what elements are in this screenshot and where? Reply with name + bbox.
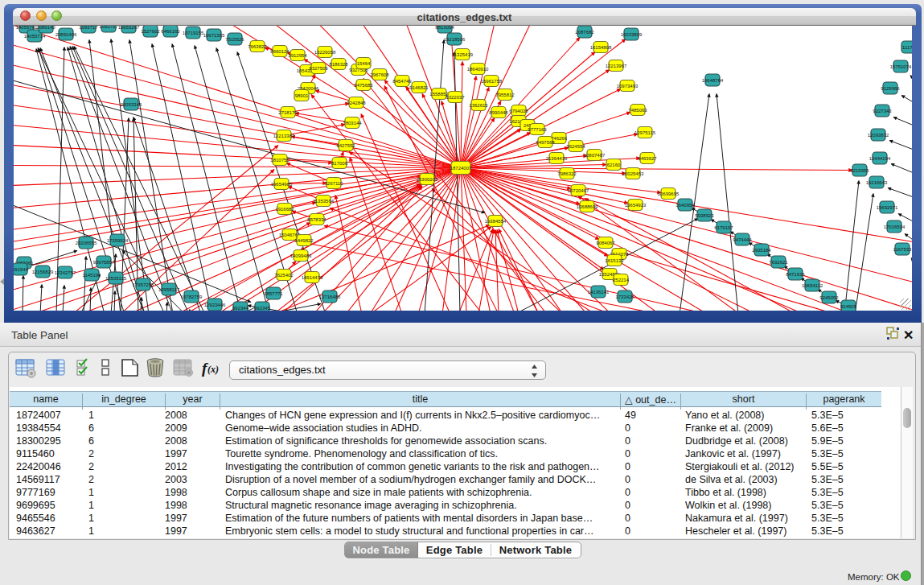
svg-text:18724007: 18724007 <box>450 166 472 171</box>
svg-text:16033809: 16033809 <box>621 32 643 37</box>
svg-text:12505115: 12505115 <box>105 276 127 281</box>
svg-text:1145194: 1145194 <box>83 273 102 278</box>
svg-text:15720407: 15720407 <box>568 188 589 193</box>
svg-text:3912954: 3912954 <box>288 53 307 58</box>
svg-text:12923446: 12923446 <box>204 303 226 307</box>
svg-text:11353594: 11353594 <box>313 199 335 204</box>
svg-text:9146821: 9146821 <box>409 85 429 90</box>
svg-text:18640910: 18640910 <box>467 67 489 72</box>
svg-text:5475685: 5475685 <box>354 83 373 88</box>
svg-text:5938923: 5938923 <box>695 213 714 218</box>
svg-text:62160: 62160 <box>607 163 621 167</box>
svg-text:1527602: 1527602 <box>141 29 160 34</box>
svg-text:7803144: 7803144 <box>343 121 362 126</box>
svg-text:8813054: 8813054 <box>435 26 454 30</box>
svg-text:10719155: 10719155 <box>183 31 204 35</box>
svg-text:10699695: 10699695 <box>658 192 680 196</box>
svg-text:1167533: 1167533 <box>893 247 912 252</box>
svg-text:1093717: 1093717 <box>79 26 98 30</box>
svg-text:12093832: 12093832 <box>868 133 889 138</box>
svg-text:8660124: 8660124 <box>270 49 290 54</box>
svg-text:15751074: 15751074 <box>890 64 912 69</box>
svg-text:7663822: 7663822 <box>248 44 267 49</box>
svg-text:20053346: 20053346 <box>121 102 142 107</box>
svg-text:11175: 11175 <box>902 45 912 50</box>
svg-text:1640954: 1640954 <box>676 203 695 208</box>
svg-text:(x): (x) <box>207 364 219 375</box>
svg-text:7632621: 7632621 <box>769 260 788 265</box>
svg-text:11325419: 11325419 <box>452 52 474 57</box>
svg-text:7955812: 7955812 <box>495 93 515 97</box>
svg-text:10958117: 10958117 <box>158 287 180 292</box>
svg-text:16782759: 16782759 <box>181 295 203 299</box>
svg-text:14136141: 14136141 <box>588 290 610 295</box>
svg-text:14055714: 14055714 <box>24 34 46 39</box>
svg-text:8471636: 8471636 <box>786 272 805 277</box>
svg-text:9474444: 9474444 <box>733 237 752 242</box>
svg-text:1362615: 1362615 <box>469 103 488 108</box>
svg-text:5578334: 5578334 <box>307 217 326 222</box>
svg-text:19218506: 19218506 <box>444 37 466 42</box>
svg-text:9129966: 9129966 <box>881 86 900 91</box>
svg-text:9427552: 9427552 <box>336 143 355 148</box>
svg-text:12213967: 12213967 <box>606 64 627 68</box>
svg-text:9242848: 9242848 <box>347 101 366 105</box>
svg-text:13716485: 13716485 <box>319 295 341 299</box>
svg-text:391544: 391544 <box>14 267 29 272</box>
svg-text:13654923: 13654923 <box>625 203 647 208</box>
svg-text:9327509: 9327509 <box>309 66 328 71</box>
svg-text:20891406: 20891406 <box>55 32 77 37</box>
svg-text:992344: 992344 <box>232 306 249 311</box>
svg-text:12156829: 12156829 <box>32 270 54 274</box>
svg-text:12213383: 12213383 <box>273 134 295 138</box>
svg-text:12444194: 12444194 <box>869 156 891 161</box>
svg-text:1449822: 1449822 <box>294 238 314 243</box>
svg-text:3267110: 3267110 <box>325 181 344 186</box>
svg-text:2935184: 2935184 <box>752 248 771 253</box>
svg-text:93975857: 93975857 <box>93 260 115 265</box>
svg-text:3624554: 3624554 <box>566 144 585 149</box>
svg-text:20206555: 20206555 <box>76 241 97 245</box>
svg-text:16210643: 16210643 <box>866 180 888 185</box>
svg-text:16154808: 16154808 <box>590 45 612 50</box>
svg-text:15464: 15464 <box>357 61 371 66</box>
svg-text:14055761: 14055761 <box>16 26 38 30</box>
svg-text:7625402: 7625402 <box>274 273 294 278</box>
svg-text:14099483: 14099483 <box>290 253 312 258</box>
svg-text:98901: 98901 <box>295 93 309 98</box>
svg-text:7485063: 7485063 <box>628 108 647 113</box>
svg-text:16648784: 16648784 <box>702 78 724 83</box>
svg-text:10688609: 10688609 <box>577 204 598 209</box>
svg-text:1916682: 1916682 <box>275 207 294 212</box>
svg-text:10654112: 10654112 <box>802 283 823 288</box>
svg-text:13226058: 13226058 <box>314 50 336 55</box>
svg-text:15692971: 15692971 <box>877 205 898 210</box>
svg-text:19384554: 19384554 <box>485 219 507 224</box>
svg-text:817006: 817006 <box>331 161 348 166</box>
svg-text:6322037: 6322037 <box>446 95 465 100</box>
svg-text:8990448: 8990448 <box>489 110 508 115</box>
svg-text:8454749: 8454749 <box>392 79 412 84</box>
svg-text:12342757: 12342757 <box>55 270 76 275</box>
svg-text:6466160: 6466160 <box>161 29 180 34</box>
svg-text:10653267: 10653267 <box>118 26 140 30</box>
svg-text:17957255: 17957255 <box>133 282 154 287</box>
svg-text:17359924: 17359924 <box>107 238 129 243</box>
svg-text:25300205: 25300205 <box>417 177 438 182</box>
svg-text:9227343: 9227343 <box>873 109 892 113</box>
svg-text:7515526: 7515526 <box>225 37 244 42</box>
svg-text:9084067: 9084067 <box>596 241 615 245</box>
svg-text:1093757: 1093757 <box>99 26 118 29</box>
svg-text:10671355: 10671355 <box>203 33 225 38</box>
svg-text:1733426: 1733426 <box>615 295 634 299</box>
svg-text:1810755: 1810755 <box>270 158 290 163</box>
svg-text:6497568: 6497568 <box>536 140 555 145</box>
svg-text:252214: 252214 <box>613 278 630 282</box>
svg-text:19654985: 19654985 <box>271 182 293 187</box>
svg-text:10973493: 10973493 <box>617 84 639 89</box>
svg-text:6179197: 6179197 <box>714 225 733 230</box>
svg-text:2967608: 2967608 <box>370 72 389 77</box>
svg-text:9777169: 9777169 <box>528 127 547 132</box>
svg-text:8215955: 8215955 <box>850 168 869 173</box>
svg-text:8186328: 8186328 <box>329 62 348 67</box>
